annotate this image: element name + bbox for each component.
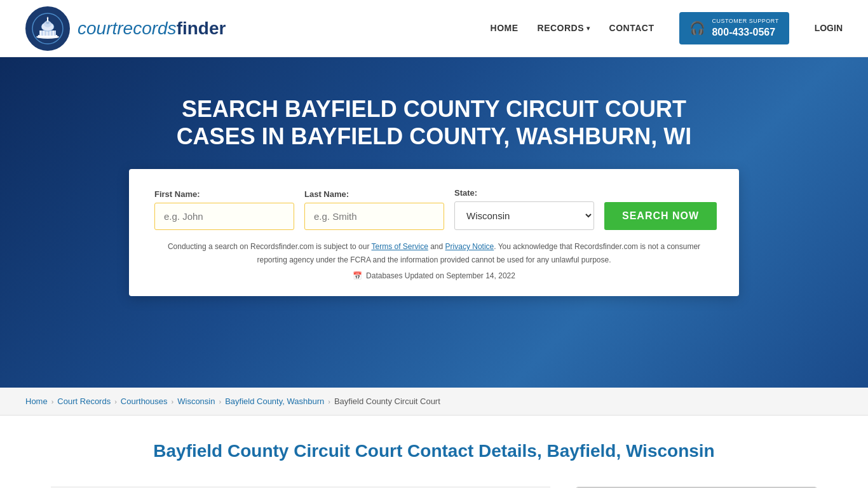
breadcrumb-sep-2: ›	[114, 398, 117, 405]
last-name-label: Last Name:	[304, 189, 444, 199]
support-info: CUSTOMER SUPPORT 800-433-0567	[712, 17, 778, 39]
page-heading: Bayfield County Circuit Court Contact De…	[51, 441, 817, 461]
first-name-field-group: First Name:	[154, 189, 294, 230]
calendar-icon: 📅	[353, 271, 362, 280]
search-button[interactable]: SEARCH NOW	[604, 202, 717, 230]
state-field-group: State: AlabamaAlaskaArizonaArkansasCalif…	[454, 188, 594, 230]
svg-rect-4	[40, 30, 41, 36]
svg-rect-7	[50, 30, 51, 36]
breadcrumb-current: Bayfield County Circuit Court	[334, 396, 440, 406]
logo-text: courtrecordsfinder	[78, 18, 226, 39]
first-name-input[interactable]	[154, 203, 294, 230]
breadcrumb: Home › Court Records › Courthouses › Wis…	[0, 388, 868, 416]
chevron-down-icon: ▾	[587, 25, 590, 32]
support-box[interactable]: 🎧 CUSTOMER SUPPORT 800-433-0567	[679, 12, 789, 44]
main-nav: HOME RECORDS ▾ CONTACT 🎧 CUSTOMER SUPPOR…	[491, 12, 843, 44]
svg-rect-8	[53, 30, 54, 36]
tos-link[interactable]: Terms of Service	[372, 242, 428, 251]
breadcrumb-bayfield-county[interactable]: Bayfield County, Washburn	[225, 396, 324, 406]
breadcrumb-sep-3: ›	[172, 398, 174, 405]
nav-contact[interactable]: CONTACT	[609, 23, 654, 33]
hero-section: SEARCH BAYFIELD COUNTY CIRCUIT COURT CAS…	[0, 57, 868, 388]
search-box: First Name: Last Name: State: AlabamaAla…	[129, 169, 739, 296]
breadcrumb-sep-5: ›	[328, 398, 330, 405]
first-name-label: First Name:	[154, 189, 294, 199]
breadcrumb-home[interactable]: Home	[25, 396, 48, 406]
breadcrumb-courthouses[interactable]: Courthouses	[121, 396, 168, 406]
logo-icon	[25, 6, 70, 51]
privacy-link[interactable]: Privacy Notice	[445, 242, 494, 251]
svg-rect-5	[43, 30, 44, 36]
logo-link[interactable]: courtrecordsfinder	[25, 6, 226, 51]
breadcrumb-court-records[interactable]: Court Records	[57, 396, 111, 406]
state-label: State:	[454, 188, 594, 198]
state-select[interactable]: AlabamaAlaskaArizonaArkansasCaliforniaCo…	[454, 201, 594, 230]
breadcrumb-sep-4: ›	[219, 398, 221, 405]
site-header: courtrecordsfinder HOME RECORDS ▾ CONTAC…	[0, 0, 868, 57]
hero-content: SEARCH BAYFIELD COUNTY CIRCUIT COURT CAS…	[13, 95, 855, 296]
nav-records[interactable]: RECORDS ▾	[538, 23, 590, 33]
login-button[interactable]: LOGIN	[815, 23, 843, 33]
breadcrumb-wisconsin[interactable]: Wisconsin	[177, 396, 215, 406]
last-name-input[interactable]	[304, 203, 444, 230]
database-updated: 📅 Databases Updated on September 14, 202…	[154, 271, 714, 280]
search-fields: First Name: Last Name: State: AlabamaAla…	[154, 188, 714, 230]
breadcrumb-sep-1: ›	[51, 398, 54, 405]
hero-title: SEARCH BAYFIELD COUNTY CIRCUIT COURT CAS…	[148, 95, 720, 150]
main-content: Bayfield County Circuit Court Contact De…	[0, 416, 868, 488]
last-name-field-group: Last Name:	[304, 189, 444, 230]
headset-icon: 🎧	[689, 20, 705, 36]
search-disclaimer: Conducting a search on Recordsfinder.com…	[154, 240, 714, 266]
nav-home[interactable]: HOME	[491, 23, 519, 33]
